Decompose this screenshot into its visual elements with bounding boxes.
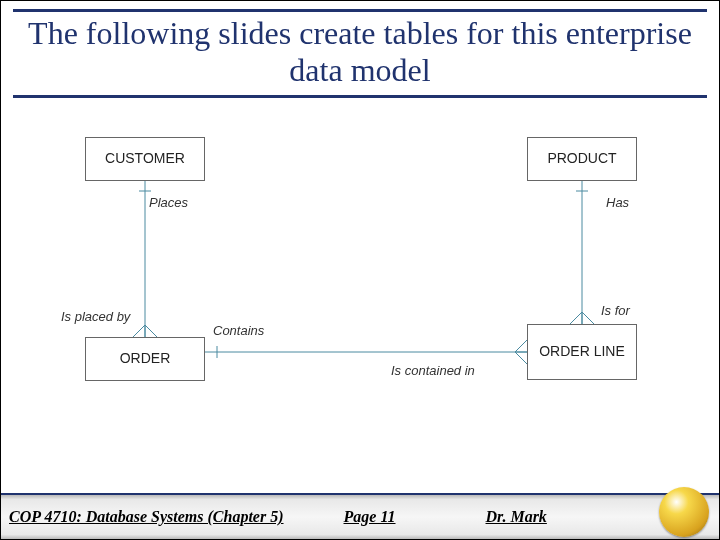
title-rule-top — [13, 9, 707, 12]
er-diagram: CUSTOMER PRODUCT ORDER ORDER LINE Places… — [61, 121, 661, 451]
svg-line-3 — [145, 325, 157, 337]
title-rule-bottom — [13, 95, 707, 98]
svg-line-7 — [570, 312, 582, 324]
ucf-logo — [659, 487, 709, 537]
rel-places: Places — [149, 195, 188, 210]
footer-text: COP 4710: Database Systems (Chapter 5) P… — [9, 495, 599, 539]
slide: The following slides create tables for t… — [0, 0, 720, 540]
entity-order: ORDER — [85, 337, 205, 381]
svg-line-13 — [515, 352, 527, 364]
slide-title: The following slides create tables for t… — [23, 15, 697, 89]
rel-is-contained-in: Is contained in — [391, 363, 475, 378]
rel-has: Has — [606, 195, 629, 210]
svg-line-2 — [133, 325, 145, 337]
entity-order-line: ORDER LINE — [527, 324, 637, 380]
entity-customer: CUSTOMER — [85, 137, 205, 181]
svg-line-12 — [515, 340, 527, 352]
footer-author: Dr. Mark — [486, 508, 547, 526]
footer: COP 4710: Database Systems (Chapter 5) P… — [1, 493, 719, 539]
entity-product: PRODUCT — [527, 137, 637, 181]
footer-course: COP 4710: Database Systems (Chapter 5) — [9, 508, 284, 526]
pegasus-icon — [659, 487, 709, 537]
rel-is-for: Is for — [601, 303, 630, 318]
footer-page: Page 11 — [344, 508, 396, 526]
rel-contains: Contains — [213, 323, 264, 338]
svg-line-8 — [582, 312, 594, 324]
rel-is-placed-by: Is placed by — [61, 309, 130, 324]
